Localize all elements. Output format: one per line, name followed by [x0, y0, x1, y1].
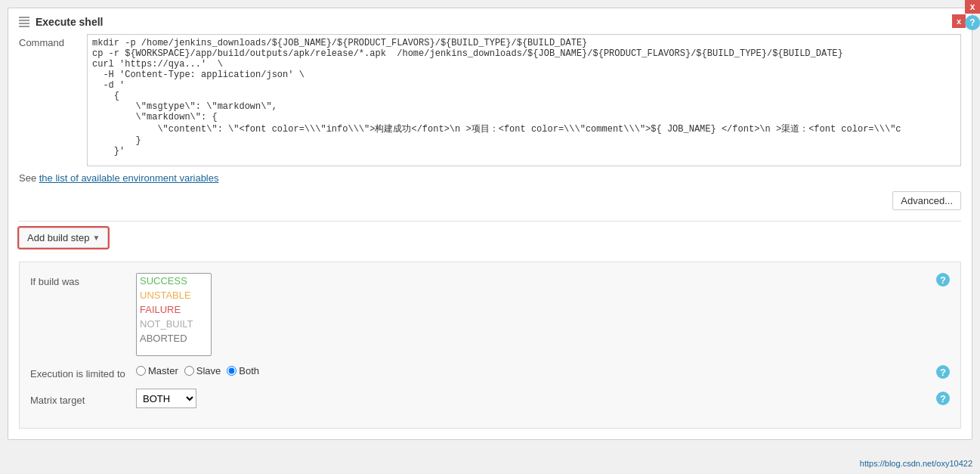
- radio-both-label[interactable]: Both: [227, 365, 259, 376]
- matrix-target-select[interactable]: BOTH MATRIX PARENT: [136, 389, 196, 408]
- option-not-built[interactable]: NOT_BUILT: [137, 317, 211, 331]
- radio-both-text: Both: [239, 365, 259, 376]
- env-vars-link[interactable]: the list of available environment variab…: [39, 172, 219, 184]
- radio-slave[interactable]: [184, 366, 194, 376]
- panel-title: Execute shell: [36, 16, 104, 28]
- watermark: https://blog.csdn.net/oxy10422: [860, 459, 972, 468]
- panel-header: Execute shell: [19, 16, 961, 28]
- option-aborted[interactable]: ABORTED: [137, 331, 211, 345]
- dropdown-arrow-icon: ▼: [92, 234, 100, 242]
- drag-handle-icon: [19, 17, 29, 27]
- add-build-step-button[interactable]: Add build step ▼: [19, 228, 108, 248]
- advanced-row: Advanced...: [19, 191, 961, 210]
- top-close-button[interactable]: x: [965, 0, 980, 14]
- matrix-help-button[interactable]: ?: [936, 392, 950, 405]
- advanced-button[interactable]: Advanced...: [892, 191, 961, 210]
- matrix-target-label: Matrix target: [30, 392, 136, 406]
- radio-group: Master Slave Both: [136, 365, 259, 376]
- panel-close-button[interactable]: x: [952, 14, 966, 28]
- option-unstable[interactable]: UNSTABLE: [137, 288, 211, 302]
- add-build-step-label: Add build step: [27, 232, 89, 243]
- env-vars-text: See: [19, 172, 39, 184]
- command-row: Command mkdir -p /home/jenkins_downloads…: [19, 34, 961, 166]
- radio-master[interactable]: [136, 366, 146, 376]
- option-success[interactable]: SUCCESS: [137, 274, 211, 288]
- command-label: Command: [19, 34, 87, 48]
- top-right-controls: x ?: [965, 0, 980, 30]
- radio-slave-label[interactable]: Slave: [184, 365, 221, 376]
- if-build-was-row: If build was SUCCESS UNSTABLE FAILURE NO…: [30, 273, 950, 356]
- execution-label: Execution is limited to: [30, 365, 136, 380]
- radio-master-text: Master: [148, 365, 178, 376]
- radio-slave-text: Slave: [196, 365, 221, 376]
- execution-limited-row: Execution is limited to Master Slave Bot…: [30, 365, 950, 380]
- build-status-select[interactable]: SUCCESS UNSTABLE FAILURE NOT_BUILT ABORT…: [136, 273, 212, 356]
- top-help-button[interactable]: ?: [965, 15, 980, 30]
- matrix-target-row: Matrix target BOTH MATRIX PARENT ?: [30, 389, 950, 408]
- option-failure[interactable]: FAILURE: [137, 302, 211, 317]
- if-build-was-label: If build was: [30, 273, 136, 287]
- execution-help-button[interactable]: ?: [936, 365, 950, 379]
- if-build-was-help-button[interactable]: ?: [936, 273, 950, 287]
- radio-master-label[interactable]: Master: [136, 365, 178, 376]
- section-divider: [19, 221, 961, 222]
- radio-both[interactable]: [227, 366, 236, 376]
- main-container: x ? x Execute shell Command mkdir -p /ho…: [0, 0, 980, 474]
- env-link-row: See the list of available environment va…: [19, 172, 961, 184]
- command-textarea[interactable]: mkdir -p /home/jenkins_downloads/${JOB_N…: [87, 34, 961, 166]
- execute-shell-panel: x Execute shell Command mkdir -p /home/j…: [8, 8, 972, 440]
- postbuild-section: If build was SUCCESS UNSTABLE FAILURE NO…: [19, 262, 961, 429]
